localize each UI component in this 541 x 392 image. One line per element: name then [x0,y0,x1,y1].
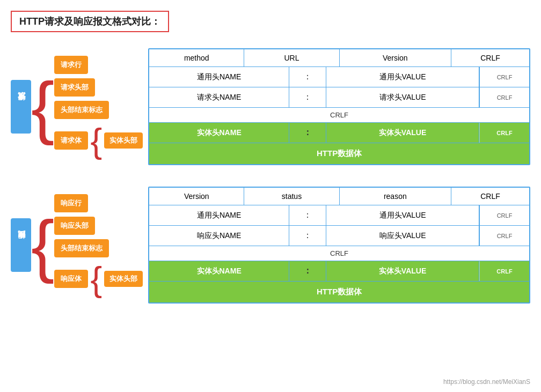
req-entity-name: 实体头NAME [149,123,289,143]
request-level2: 请求行 请求头部 头部结束标志 请求体 { 实体头部 [54,56,143,158]
req-data-body: HTTP数据体 [149,143,529,164]
request-header-label: 请求头部 [54,78,95,97]
response-head-end-label: 头部结束标志 [54,239,109,257]
req-entity-colon: ： [289,123,326,143]
resp-general-name: 通用头NAME [149,205,289,225]
request-table: method URL Version CRLF 通用头NAME ： 通用头VAL… [148,48,530,165]
resp-col-crlf: CRLF [451,188,529,205]
resp-general-colon: ： [289,205,326,225]
req-row-entity: 实体头NAME ： 实体头VALUE CRLF [149,123,529,143]
req-general-colon: ： [289,67,326,87]
req-reqheader-crlf: CRLF [479,87,529,107]
req-col-version: Version [340,49,451,66]
resp-entity-colon: ： [289,261,326,281]
resp-respheader-colon: ： [289,226,326,246]
response-body-sub: 实体头部 [104,271,143,287]
request-entity-header-label: 实体头部 [104,132,143,149]
request-label: 请求报文 [11,80,31,134]
resp-row-entity: 实体头NAME ： 实体头VALUE CRLF [149,261,529,282]
resp-col-version: Version [149,188,244,205]
request-body-label: 请求体 [54,131,88,150]
response-line-label: 响应行 [54,194,88,212]
resp-col-status: status [244,188,339,205]
response-header-row: 响应头部 [54,217,143,235]
req-entity-crlf: CRLF [479,123,529,143]
response-body-label: 响应体 [54,270,88,288]
response-label: 响应报文 [11,218,31,272]
req-col-url: URL [244,49,339,66]
watermark: https://blog.csdn.net/MeiXianS [443,378,530,386]
request-body-sub: 实体头部 [104,132,143,149]
req-crlf-cell: CRLF [149,108,529,122]
resp-entity-name: 实体头NAME [149,261,289,281]
request-big-brace: { [31,72,54,142]
resp-row-general: 通用头NAME ： 通用头VALUE CRLF [149,205,529,226]
request-head-end-row: 头部结束标志 [54,101,143,119]
request-head-end-label: 头部结束标志 [54,101,109,119]
resp-respheader-value: 响应头VALUE [326,226,479,246]
request-table-header: method URL Version CRLF [149,49,529,67]
response-line-row: 响应行 [54,194,143,212]
resp-general-crlf: CRLF [479,205,529,225]
req-row-req-header: 请求头NAME ： 请求头VALUE CRLF [149,87,529,108]
request-line-label: 请求行 [54,56,88,74]
req-col-crlf: CRLF [451,49,529,66]
request-section: 请求报文 { 请求行 请求头部 头部结束标志 请求体 { 实体头部 method… [11,48,530,165]
request-line-row: 请求行 [54,56,143,74]
req-reqheader-name: 请求头NAME [149,87,289,107]
response-big-brace: { [31,210,54,280]
response-entity-header-label: 实体头部 [104,271,143,287]
req-general-name: 通用头NAME [149,67,289,87]
req-entity-value: 实体头VALUE [326,123,479,143]
response-table: Version status reason CRLF 通用头NAME ： 通用头… [148,187,530,304]
req-col-method: method [149,49,244,66]
page-title: HTTP请求及响应报文格式对比： [11,11,169,32]
req-row-crlf: CRLF [149,108,529,123]
req-general-value: 通用头VALUE [326,67,479,87]
resp-col-reason: reason [340,188,451,205]
resp-data-body: HTTP数据体 [149,282,529,302]
response-body-row: 响应体 { 实体头部 [54,262,143,297]
resp-entity-crlf: CRLF [479,261,529,281]
request-body-row: 请求体 { 实体头部 [54,123,143,158]
request-header-row: 请求头部 [54,78,143,97]
resp-general-value: 通用头VALUE [326,205,479,225]
response-body-brace: { [90,262,102,297]
response-header-label: 响应头部 [54,217,95,235]
response-table-header: Version status reason CRLF [149,188,529,205]
resp-respheader-name: 响应头NAME [149,226,289,246]
resp-respheader-crlf: CRLF [479,226,529,246]
resp-row-crlf: CRLF [149,246,529,261]
resp-row-resp-header: 响应头NAME ： 响应头VALUE CRLF [149,226,529,246]
req-reqheader-colon: ： [289,87,326,107]
req-row-general: 通用头NAME ： 通用头VALUE CRLF [149,67,529,87]
req-reqheader-value: 请求头VALUE [326,87,479,107]
request-body-brace: { [90,123,102,158]
req-general-crlf: CRLF [479,67,529,87]
response-head-end-row: 头部结束标志 [54,239,143,257]
response-section: 响应报文 { 响应行 响应头部 头部结束标志 响应体 { 实体头部 Versio… [11,187,530,304]
resp-crlf-cell: CRLF [149,246,529,261]
response-level2: 响应行 响应头部 头部结束标志 响应体 { 实体头部 [54,194,143,297]
resp-entity-value: 实体头VALUE [326,261,479,281]
